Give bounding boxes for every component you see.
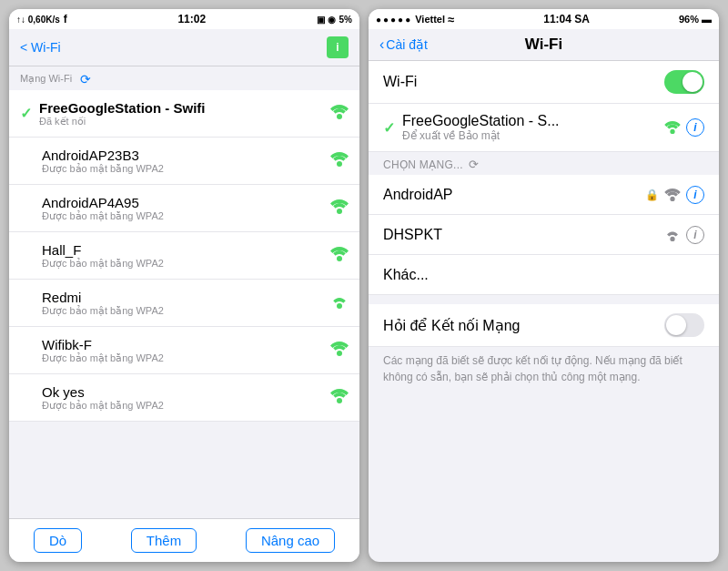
connected-info-button[interactable]: i [686, 118, 704, 137]
wifi-sub: Được bảo mật bằng WPA2 [42, 400, 330, 412]
wifi-signal-icon [330, 294, 349, 312]
network-name: DHSPKT [383, 227, 664, 243]
wifi-name: Hall_F [42, 242, 330, 258]
left-back-button[interactable]: < Wi-Fi [20, 40, 61, 55]
list-item[interactable]: Khác... [369, 255, 719, 295]
right-signal-dots: ●●●●● [376, 15, 412, 25]
svg-point-0 [337, 114, 342, 119]
svg-point-3 [337, 256, 342, 261]
ask-join-toggle[interactable] [664, 313, 704, 337]
wifi-signal-icon [330, 105, 349, 123]
wifi-toggle[interactable] [664, 70, 704, 94]
wifi-sub: Được bảo mật bằng WPA2 [42, 352, 330, 364]
left-phone: ↑↓ 0,60K/s f 11:02 ▣ ◉ 5% < Wi-Fi i Mạng… [9, 9, 359, 562]
ask-join-description: Các mạng đã biết sẽ được kết nối tự động… [369, 347, 719, 394]
left-toolbar: Dò Thêm Nâng cao [9, 518, 359, 562]
choose-network-header: CHỌN MẠNG... ⟳ [369, 152, 719, 175]
wifi-sub: Được bảo mật bằng WPA2 [42, 258, 330, 270]
left-battery-icons: ▣ ◉ [317, 15, 336, 25]
signal-icon [664, 189, 681, 201]
list-item[interactable]: DHSPKT i [369, 215, 719, 255]
svg-point-1 [337, 161, 342, 167]
connected-network-name: FreeGoogleStation - S... [402, 113, 664, 129]
list-item[interactable]: Hall_F Được bảo mật bằng WPA2 [9, 232, 359, 280]
left-nav: < Wi-Fi i [9, 29, 359, 66]
list-item[interactable]: AndroidAP23B3 Được bảo mật bằng WPA2 [9, 138, 359, 185]
right-battery-icon: ▬ [702, 14, 712, 25]
ask-join-row[interactable]: Hỏi để Kết nối Mạng [369, 304, 719, 347]
wifi-signal-icon [330, 247, 349, 265]
left-battery-pct: 5% [339, 15, 352, 25]
wifi-name: AndroidAP4A95 [42, 195, 330, 210]
wifi-name: Wifibk-F [42, 337, 330, 352]
left-fb-icon: f [64, 13, 67, 25]
svg-point-9 [670, 236, 674, 240]
connected-network-sub: Để xuất về Bảo mật [402, 129, 664, 142]
ask-join-label: Hỏi để Kết nối Mạng [383, 317, 664, 334]
right-back-button[interactable]: ‹ Cài đặt [379, 36, 428, 53]
nang-cao-button[interactable]: Nâng cao [246, 528, 335, 553]
list-item[interactable]: AndroidAP4A95 Được bảo mật bằng WPA2 [9, 185, 359, 232]
spacer [369, 295, 719, 304]
svg-point-5 [337, 351, 342, 356]
wifi-name: Redmi [42, 290, 330, 305]
wifi-signal-icon [330, 342, 349, 360]
signal-icon [664, 229, 681, 241]
network-name: AndroidAP [383, 187, 645, 203]
wifi-name: AndroidAP23B3 [42, 148, 330, 163]
left-section-label: Mạng Wi-Fi ⟳ [9, 66, 359, 90]
wifi-signal-icon [330, 199, 349, 218]
network-info-button[interactable]: i [686, 226, 704, 244]
wifi-sub: Đã kết nối [39, 116, 330, 127]
wifi-signal-icon [330, 389, 349, 407]
right-carrier: Viettel [415, 14, 445, 25]
svg-point-7 [670, 129, 674, 134]
checkmark-icon: ✓ [20, 105, 32, 122]
network-list: AndroidAP 🔒 i DHSPKT i Khác... [369, 175, 719, 295]
wifi-sub: Được bảo mật bằng WPA2 [42, 163, 330, 175]
left-status-bar: ↑↓ 0,60K/s f 11:02 ▣ ◉ 5% [9, 9, 359, 29]
lock-icon: 🔒 [645, 189, 659, 201]
svg-point-4 [337, 303, 342, 309]
svg-point-8 [670, 196, 674, 200]
right-status-bar: ●●●●● Viettel ≈ 11:04 SA 96% ▬ [369, 9, 719, 29]
list-item[interactable]: ✓ FreeGoogleStation - Swifi Đã kết nối [9, 90, 359, 138]
list-item[interactable]: Wifibk-F Được bảo mật bằng WPA2 [9, 327, 359, 374]
connected-wifi-icon [664, 121, 681, 134]
wifi-name: Ok yes [42, 384, 330, 400]
ask-join-section: Hỏi để Kết nối Mạng [369, 304, 719, 347]
network-info-button[interactable]: i [686, 186, 704, 204]
wifi-signal-icon [330, 152, 349, 170]
right-battery-pct: 96% [679, 14, 699, 25]
connected-network-row[interactable]: ✓ FreeGoogleStation - S... Để xuất về Bả… [369, 104, 719, 152]
list-item[interactable]: Ok yes Được bảo mật bằng WPA2 [9, 374, 359, 422]
right-nav-title: Wi-Fi [525, 36, 562, 54]
left-wifi-list: ✓ FreeGoogleStation - Swifi Đã kết nối A… [9, 90, 359, 422]
network-name: Khác... [383, 267, 704, 283]
right-wifi-section: Wi-Fi ✓ FreeGoogleStation - S... Để xuất… [369, 61, 719, 152]
left-wifi-toggle-btn[interactable]: i [327, 36, 349, 58]
left-time: 11:02 [177, 13, 206, 25]
svg-point-6 [337, 398, 342, 403]
right-phone: ●●●●● Viettel ≈ 11:04 SA 96% ▬ ‹ Cài đặt… [369, 9, 719, 562]
chevron-left-icon: ‹ [379, 36, 384, 53]
right-time: 11:04 SA [543, 13, 590, 25]
list-item[interactable]: Redmi Được bảo mật bằng WPA2 [9, 280, 359, 327]
wifi-sub: Được bảo mật bằng WPA2 [42, 210, 330, 222]
left-signal: ↑↓ 0,60K/s [16, 15, 60, 25]
connected-checkmark-icon: ✓ [383, 119, 395, 137]
svg-point-2 [337, 209, 342, 214]
them-button[interactable]: Thêm [131, 528, 197, 553]
list-item[interactable]: AndroidAP 🔒 i [369, 175, 719, 215]
right-nav: ‹ Cài đặt Wi-Fi [369, 29, 719, 61]
loading-spinner-icon: ⟳ [469, 158, 479, 171]
wifi-toggle-row[interactable]: Wi-Fi [369, 61, 719, 104]
right-wifi-icon: ≈ [448, 13, 454, 26]
wifi-name: FreeGoogleStation - Swifi [39, 100, 330, 116]
wifi-sub: Được bảo mật bằng WPA2 [42, 305, 330, 317]
wifi-toggle-label: Wi-Fi [383, 74, 664, 90]
do-button[interactable]: Dò [34, 528, 82, 553]
